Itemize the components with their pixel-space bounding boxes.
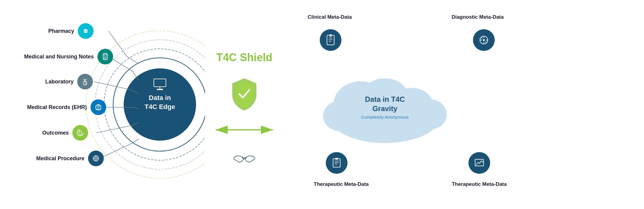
therapeutic-icon-2	[468, 152, 490, 174]
outcomes-icon	[72, 125, 88, 141]
svg-point-55	[323, 101, 356, 131]
svg-point-42	[95, 158, 97, 159]
svg-point-54	[414, 99, 447, 129]
pharmacy-icon	[78, 23, 94, 39]
bidirectional-arrow	[211, 122, 278, 139]
svg-rect-56	[327, 35, 334, 45]
pharmacy-label: Pharmacy	[48, 23, 94, 39]
diagnostic-icon	[473, 29, 495, 51]
shield-icon-container	[228, 76, 261, 113]
medical-procedure-icon	[88, 151, 104, 166]
svg-rect-9	[157, 89, 163, 90]
svg-point-33	[83, 81, 87, 85]
medical-procedure-label: Medical Procedure	[36, 151, 104, 166]
main-container: Data in T4C Edge	[0, 0, 644, 209]
medical-nursing-icon	[97, 49, 113, 64]
svg-line-21	[131, 139, 139, 144]
svg-line-18	[97, 126, 131, 133]
svg-rect-7	[154, 79, 166, 87]
svg-point-1	[104, 49, 205, 160]
svg-line-69	[485, 42, 487, 43]
svg-point-4	[124, 68, 196, 141]
svg-point-0	[113, 58, 205, 151]
svg-line-13	[133, 71, 139, 80]
medical-records-label: Medical Records (EHR)	[27, 99, 106, 115]
outcomes-label: Outcomes	[42, 125, 88, 141]
therapeutic-meta-label-1: Therapeutic Meta-Data	[314, 181, 369, 187]
therapeutic-meta-label-2: Therapeutic Meta-Data	[452, 181, 507, 187]
laboratory-icon	[77, 74, 93, 89]
svg-line-17	[134, 108, 139, 109]
svg-line-11	[127, 56, 139, 64]
svg-point-63	[483, 39, 485, 41]
svg-text:T4C Edge: T4C Edge	[144, 103, 175, 111]
svg-line-14	[94, 82, 130, 89]
handshake-icon	[231, 148, 258, 170]
svg-point-37	[85, 83, 86, 84]
right-section: Clinical Meta-Data Diagnostic Meta-Data …	[284, 5, 513, 204]
t4c-shield-title: T4C Shield	[216, 51, 272, 64]
therapeutic-icon-1	[326, 152, 347, 174]
svg-line-20	[100, 144, 131, 158]
clinical-icon	[320, 29, 341, 51]
diagnostic-meta-label: Diagnostic Meta-Data	[452, 14, 504, 20]
medical-records-icon	[90, 99, 106, 115]
gravity-cloud: Data in T4C Gravity Completely Anonymous	[319, 62, 451, 147]
svg-line-19	[131, 123, 139, 126]
clinical-meta-label: Clinical Meta-Data	[308, 14, 352, 20]
svg-text:Data in: Data in	[149, 94, 171, 101]
laboratory-label: Laboratory	[45, 74, 93, 89]
medical-nursing-label: Medical and Nursing Notes	[24, 49, 113, 64]
gravity-subtitle: Completely Anonymous	[352, 114, 418, 120]
middle-section: T4C Shield	[205, 39, 284, 170]
svg-point-30	[104, 54, 106, 56]
left-section: Data in T4C Edge	[18, 5, 205, 204]
svg-line-15	[130, 89, 139, 94]
gravity-title: Data in T4C Gravity	[352, 95, 418, 113]
svg-line-68	[481, 37, 482, 39]
svg-point-39	[97, 105, 100, 108]
svg-rect-70	[333, 159, 340, 167]
